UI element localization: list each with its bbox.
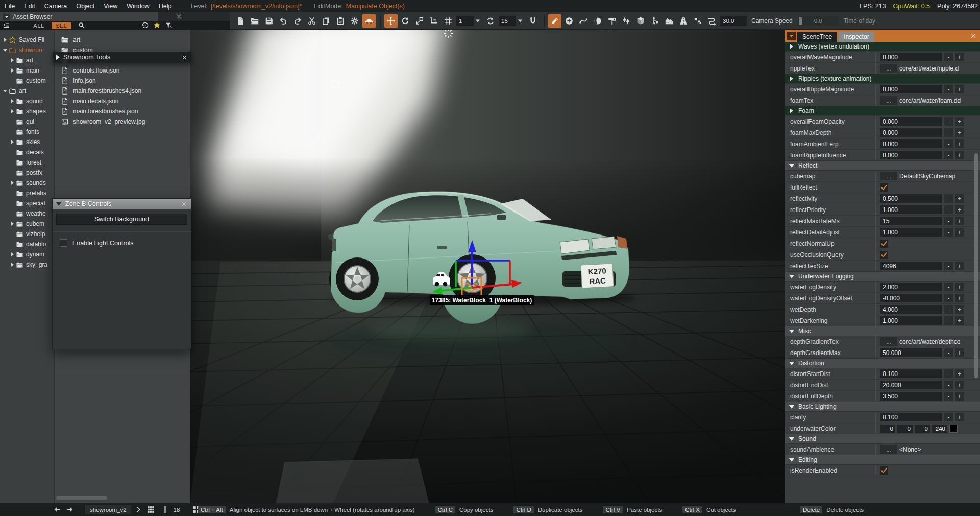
overallRippleMagnitude-input[interactable]: 0.000 (880, 85, 942, 93)
tree-item-qui[interactable]: qui (0, 116, 54, 127)
menu-help[interactable]: Help (154, 3, 177, 10)
section-basic-lighting[interactable]: Basic Lighting (785, 402, 980, 412)
wetDarkening-input[interactable]: 1.000 (880, 316, 942, 325)
section-distortion[interactable]: Distortion (785, 359, 980, 368)
clarity-input[interactable]: 0.100 (880, 413, 942, 421)
depthGradientMax-decrement-button[interactable]: - (944, 348, 953, 357)
section-waves-vertex-undulation[interactable]: Waves (vertex undulation) (785, 42, 980, 52)
rotate-button[interactable] (399, 14, 412, 28)
translate-button[interactable]: w (427, 14, 440, 28)
file-item-showroom-v2-preview-jpg[interactable]: showroom_v2_preview.jpg (55, 116, 190, 127)
tree-item-art[interactable]: art (0, 86, 54, 96)
depthGradientMax-increment-button[interactable]: + (955, 348, 964, 357)
tree-item-special[interactable]: special (0, 198, 54, 208)
expand-arrow-icon[interactable] (10, 221, 16, 226)
soundAmbience-browse-button[interactable]: ... (880, 445, 897, 454)
waterFogDensityOffset-decrement-button[interactable]: - (944, 294, 953, 302)
roller-button[interactable] (605, 14, 619, 28)
open-folder-button[interactable] (248, 14, 261, 28)
menu-file[interactable]: File (0, 3, 19, 10)
useOcclusionQuery-checkbox[interactable] (880, 251, 888, 259)
panel-collapse-icon[interactable] (3, 14, 10, 20)
expand-icon[interactable] (56, 54, 60, 60)
overallWaveMagnitude-decrement-button[interactable]: - (944, 53, 953, 61)
waterFogDensityOffset-increment-button[interactable]: + (955, 294, 964, 302)
tree-item-showroo[interactable]: showroo (0, 45, 54, 55)
distortFullDepth-decrement-button[interactable]: - (944, 392, 953, 401)
isRenderEnabled-checkbox[interactable] (880, 466, 888, 475)
scale-button[interactable] (413, 14, 426, 28)
rotate-snap-dropdown-icon[interactable] (517, 17, 525, 25)
foamRippleInfluence-decrement-button[interactable]: - (944, 151, 953, 159)
collapse-tree-icon[interactable] (2, 21, 11, 30)
expand-arrow-icon[interactable] (10, 262, 16, 267)
wetDarkening-decrement-button[interactable]: - (944, 316, 953, 325)
distortFullDepth-increment-button[interactable]: + (955, 392, 964, 401)
section-editing[interactable]: Editing (785, 455, 980, 465)
enable-light-controls-checkbox[interactable] (60, 239, 67, 247)
window-header[interactable]: Zone B Controls (53, 199, 191, 209)
tab-inspector[interactable]: Inspector (839, 32, 874, 42)
distortFullDepth-input[interactable]: 3.500 (880, 392, 942, 401)
menu-camera[interactable]: Camera (40, 3, 71, 10)
close-icon[interactable] (181, 201, 188, 207)
distortEndDist-input[interactable]: 20.000 (880, 381, 942, 389)
menu-object[interactable]: Object (71, 3, 99, 10)
paste-button[interactable] (334, 14, 347, 28)
foamAmbientLerp-input[interactable]: 0.000 (880, 139, 942, 148)
fullReflect-checkbox[interactable] (880, 183, 888, 192)
clarity-increment-button[interactable]: + (955, 413, 964, 421)
viewport-3d[interactable]: K270 RAC (190, 30, 785, 503)
reflectPriority-decrement-button[interactable]: - (944, 205, 953, 214)
move-button[interactable] (384, 14, 398, 28)
copy-button[interactable] (320, 14, 333, 28)
wetDepth-input[interactable]: 4.000 (880, 305, 942, 314)
camera-speed-input[interactable]: 30.0 (720, 16, 747, 26)
spline-button[interactable] (577, 14, 590, 28)
reflectDetailAdjust-decrement-button[interactable]: - (944, 228, 953, 237)
section-underwater-fogging[interactable]: Underwater Fogging (785, 272, 980, 282)
add-circle-button[interactable] (562, 14, 576, 28)
underwaterColor-channel-2[interactable]: 0 (915, 425, 930, 433)
overallWaveMagnitude-input[interactable]: 0.000 (880, 53, 942, 61)
menu-window[interactable]: Window (122, 3, 154, 10)
settings-button[interactable] (348, 14, 361, 28)
underwaterColor-channel-3[interactable]: 240 (932, 425, 947, 433)
underwaterColor-channel-0[interactable]: 0 (880, 425, 895, 433)
path-tool-button[interactable] (705, 14, 719, 28)
reflectNormalUp-checkbox[interactable] (880, 240, 888, 248)
reflectTexSize-increment-button[interactable]: + (955, 262, 964, 270)
overallFoamOpacity-increment-button[interactable]: + (955, 117, 964, 126)
tree-item-art[interactable]: art (0, 55, 54, 65)
tree-item-postfx[interactable]: postfx (0, 168, 54, 178)
tree-item-weathe[interactable]: weathe (0, 208, 54, 219)
overallRippleMagnitude-decrement-button[interactable]: - (944, 85, 953, 93)
foamRippleInfluence-increment-button[interactable]: + (955, 151, 964, 159)
tree-item-custom[interactable]: custom (0, 76, 54, 86)
box-button[interactable] (634, 14, 647, 28)
waterFogDensity-decrement-button[interactable]: - (944, 283, 953, 291)
tree-item-prefabs[interactable]: prefabs (0, 188, 54, 198)
waterFogDensity-increment-button[interactable]: + (955, 283, 964, 291)
underwaterColor-channel-1[interactable]: 0 (897, 425, 913, 433)
foamMaxDepth-increment-button[interactable]: + (955, 128, 964, 137)
tree-item-vizhelp[interactable]: vizhelp (0, 229, 54, 239)
asset-browser-tab[interactable]: Asset Browser (0, 12, 158, 21)
wetDepth-decrement-button[interactable]: - (944, 305, 953, 314)
foamMaxDepth-decrement-button[interactable]: - (944, 128, 953, 137)
character-button[interactable] (648, 14, 662, 28)
section-reflect[interactable]: Reflect (785, 161, 980, 171)
back-button[interactable] (53, 505, 62, 514)
asset-browser-close-icon[interactable] (176, 13, 183, 20)
overallWaveMagnitude-increment-button[interactable]: + (955, 53, 964, 61)
pencil-button[interactable] (548, 14, 561, 28)
section-foam[interactable]: Foam (785, 106, 980, 116)
tab-scenetree[interactable]: SceneTree (797, 32, 837, 42)
file-item-controls-flow-json[interactable]: controls.flow.json (55, 65, 190, 76)
overallRippleMagnitude-increment-button[interactable]: + (955, 85, 964, 93)
reflectivity-input[interactable]: 0.500 (880, 194, 942, 203)
redo-button[interactable] (291, 14, 304, 28)
file-item-art[interactable]: art (55, 35, 190, 45)
foamTex-browse-button[interactable]: ... (880, 96, 897, 105)
file-list-hscrollbar[interactable] (56, 496, 107, 500)
